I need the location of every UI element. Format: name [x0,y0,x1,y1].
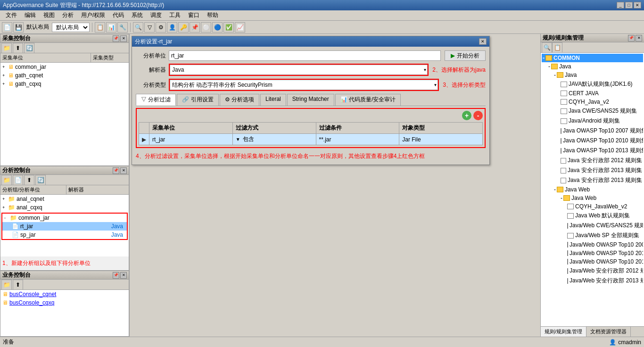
menu-code[interactable]: 代码 [109,10,128,20]
tree-item-java-sec2013b[interactable]: Java 安全行政部 2013 规则集 [542,175,643,185]
menu-view[interactable]: 视图 [40,10,58,20]
tree-item-cert-java[interactable]: CERT JAVA [542,89,643,98]
toolbar-btn-7[interactable]: ▽ [144,22,155,33]
toolbar-btn-5[interactable]: 🔧 [117,22,128,33]
collect-toolbar-btn3[interactable]: 🔄 [24,43,34,53]
business-label-cqxq[interactable]: busConsole_cqxq [9,299,54,306]
toolbar-btn-3[interactable]: 📋 [95,22,105,33]
tree-item-java-owasp2010[interactable]: Java OWASP Top10 2010 规则集 [542,136,643,146]
toolbar-btn-6[interactable]: 🔍 [133,22,143,33]
tree-item-java-jdk[interactable]: JAVA默认规则集(JDK1.6) [542,79,643,89]
tab-options[interactable]: ⚙ 分析选项 [220,94,259,106]
business-item-cqxq[interactable]: 🖥 busConsole_cqxq [0,298,129,307]
toolbar-btn-11[interactable]: 📌 [190,22,200,33]
right-panel-toolbar-btn2[interactable]: 📋 [552,42,562,53]
dialog-close-button[interactable]: ✕ [479,38,487,45]
toolbar-btn-9[interactable]: 👤 [167,22,177,33]
collect-item-common-jar[interactable]: + 🖥 common_jar [0,63,129,71]
right-tab-ruleset[interactable]: 规则/规则集管理 [541,327,586,337]
toolbar-btn-14[interactable]: ✅ [223,22,234,33]
tree-item-javaweb-owasp2007[interactable]: Java/Web OWASP Top10 2007 ... [542,240,643,249]
menu-help[interactable]: 帮助 [203,10,222,20]
menu-tools[interactable]: 工具 [165,10,184,20]
right-panel-close-icon[interactable]: ✕ [636,35,642,41]
analysis-item-rt-jar[interactable]: 📄 rt_jar Java [2,222,127,231]
menu-file[interactable]: 文件 [2,10,21,20]
collect-close-icon[interactable]: ✕ [120,35,127,42]
tree-item-javaweb-sp[interactable]: Java/Web SP 全部规则集 [542,231,643,240]
tab-reference[interactable]: 🔗 引用设置 [177,94,218,106]
remove-filter-button[interactable]: - [473,111,483,120]
tab-code-quality[interactable]: 📊 代码质量/安全审计 [335,94,401,106]
analysis-item-sp-jar[interactable]: 📄 sp_jar Java [2,231,127,239]
tree-item-java-folder1[interactable]: - Java [542,62,643,71]
filter-table-row[interactable]: ▶ rt_jar ▼ 包含 **.jar Jar File [139,134,483,145]
menu-analysis[interactable]: 分析 [58,10,77,20]
toolbar-btn-2[interactable]: 💾 [13,22,24,33]
toolbar-layout-select[interactable]: 默认布局 [52,23,90,32]
analysis-close-icon[interactable]: ✕ [120,167,127,174]
analyzer-select[interactable]: Java [170,65,428,75]
tree-item-javaweb-folder2[interactable]: - Java Web [542,194,643,202]
collect-toolbar-btn2[interactable]: ⬆ [13,43,23,53]
start-analysis-button[interactable]: ▶ 开始分析 [445,50,486,61]
close-button[interactable]: ✕ [634,2,641,8]
menu-system[interactable]: 系统 [128,10,147,20]
toolbar-btn-15[interactable]: 📈 [235,22,245,33]
analysis-type-select[interactable]: 结构分析 动态字符串分析 SecurityPrism [170,80,438,90]
tree-item-java-owasp2013[interactable]: Java OWASP Top10 2013 规则集 [542,146,643,156]
collect-item-gath-cqnet[interactable]: + 🖥 gath_cqnet [0,71,129,80]
tree-item-java-cwe[interactable]: Java CWE/SANS25 规则集 [542,106,643,116]
tree-item-javaweb-sec2012[interactable]: Java/Web 安全行政部 2012 规... [542,266,643,276]
tree-item-java-owasp2007[interactable]: Java OWASP Top10 2007 规则集 [542,126,643,136]
analysis-toolbar-btn3[interactable]: ⬆ [24,175,34,185]
analysis-toolbar-btn4[interactable]: 🔄 [35,175,46,185]
menu-edit[interactable]: 编辑 [21,10,40,20]
toolbar-btn-1[interactable]: 📄 [2,22,12,33]
toolbar-btn-13[interactable]: 🔵 [212,22,223,33]
tab-filter[interactable]: ▽ 分析过滤 [136,94,176,106]
toolbar-btn-10[interactable]: 🔑 [178,22,189,33]
tree-item-java-android[interactable]: Java/Android 规则集 [542,116,643,126]
business-close-icon[interactable]: ✕ [120,272,127,279]
add-filter-button[interactable]: + [462,111,471,120]
business-label-cqnet[interactable]: busConsole_cqnet [9,291,56,297]
tree-item-javaweb-owasp2010[interactable]: Java/Web OWASP Top10 2010 ... [542,249,643,257]
business-item-cqnet[interactable]: 🖥 busConsole_cqnet [0,290,129,298]
right-panel-toolbar-btn1[interactable]: 🔍 [542,42,552,53]
toolbar-btn-12[interactable]: ⚪ [201,22,211,33]
tree-item-common[interactable]: - COMMON [542,54,643,62]
right-panel-pin-icon[interactable]: 📌 [628,35,635,41]
analysis-item-anal-cqnet[interactable]: + 📁 anal_cqnet [0,195,129,203]
business-toolbar-btn2[interactable]: ⬆ [13,280,23,290]
business-pin-icon[interactable]: 📌 [113,272,119,279]
collect-item-gath-cqxq[interactable]: + 🖥 gath_cqxq [0,80,129,88]
analysis-toolbar-btn1[interactable]: 📁 [1,175,12,185]
maximize-button[interactable]: □ [625,2,633,8]
collect-pin-icon[interactable]: 📌 [113,35,119,42]
tree-item-java-folder2[interactable]: - Java [542,71,643,79]
tree-item-javaweb-sec2013[interactable]: Java/Web 安全行政部 2013 规... [542,276,643,286]
toolbar-btn-4[interactable]: 📊 [106,22,116,33]
business-toolbar-btn1[interactable]: 📁 [1,280,12,290]
tree-item-cqyh-java[interactable]: CQYH_Java_v2 [542,98,643,106]
analysis-item-common-jar[interactable]: - 📁 common_jar [2,214,127,222]
minimize-button[interactable]: _ [617,2,624,8]
menu-schedule[interactable]: 调度 [147,10,165,20]
collect-toolbar-btn1[interactable]: 📁 [1,43,12,53]
analysis-item-anal-cqxq[interactable]: + 📁 anal_cqxq [0,203,129,212]
tree-item-javaweb-default[interactable]: Java Web 默认规则集 [542,211,643,221]
tree-item-javaweb-owasp2013[interactable]: Java/Web OWASP Top10 2013 ... [542,257,643,266]
toolbar-btn-8[interactable]: ⚙ [156,22,166,33]
tree-item-javaweb-cwe[interactable]: Java/Web CWE/SANS25 规则集 [542,221,643,231]
tree-item-java-sec2012[interactable]: Java 安全行政部 2012 规则集 [542,156,643,165]
tree-item-java-sec2013a[interactable]: Java 安全行政部 2013 规则集 [542,165,643,175]
analysis-unit-input[interactable] [169,50,441,61]
tab-literal[interactable]: Literal [260,94,286,106]
tab-string-matcher[interactable]: String Matcher [287,94,334,106]
analysis-pin-icon[interactable]: 📌 [113,167,119,174]
menu-window[interactable]: 窗口 [184,10,203,20]
analysis-toolbar-btn2[interactable]: 📄 [13,175,23,185]
right-tab-docres[interactable]: 文档资源管理器 [586,327,631,337]
tree-item-cqyh-javaweb[interactable]: CQYH_JavaWeb_v2 [542,202,643,211]
